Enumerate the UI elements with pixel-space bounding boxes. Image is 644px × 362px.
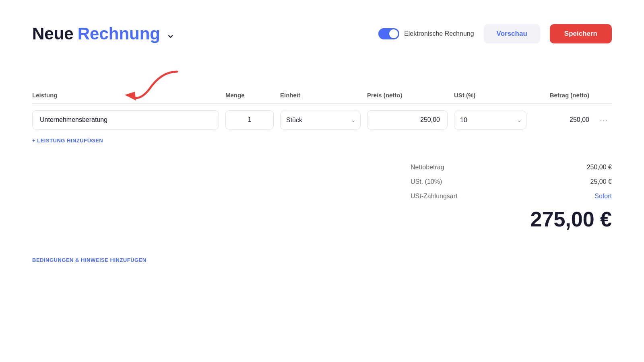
svg-marker-0 (125, 92, 136, 101)
conditions-link[interactable]: BEDINGUNGEN & HINWEISE HINZUFÜGEN (32, 257, 147, 263)
annotation-arrow (113, 68, 612, 100)
summary-area: Nettobetrag 250,00 € USt. (10%) 25,00 € … (411, 164, 612, 231)
zahlungsart-label: USt-Zahlungsart (411, 193, 458, 200)
table-row: Stück Stunde Tag ⌄ 10 20 0 ⌄ 250,00 (32, 110, 612, 130)
header-right: Elektronische Rechnung Vorschau Speicher… (378, 24, 612, 43)
ust-value: 25,00 € (590, 178, 612, 185)
preis-input[interactable] (367, 110, 448, 130)
page-header: Neue Rechnung ⌄ Elektronische Rechnung V… (32, 24, 612, 43)
netto-value: 250,00 € (587, 164, 612, 171)
toggle-label: Elektronische Rechnung (404, 30, 474, 37)
preview-button[interactable]: Vorschau (484, 24, 540, 43)
total-value: 275,00 € (530, 207, 612, 231)
title-rechnung: Rechnung (78, 24, 160, 43)
ust-select[interactable]: 10 20 0 (454, 111, 526, 130)
ust-label: USt. (10%) (411, 178, 442, 185)
toggle-knob (389, 29, 398, 38)
einheit-select[interactable]: Stück Stunde Tag (280, 111, 361, 130)
ust-select-wrapper: 10 20 0 ⌄ (454, 111, 526, 130)
row-more-button[interactable]: ··· (596, 115, 612, 125)
title-neue: Neue (32, 24, 74, 43)
arrow-svg (113, 68, 193, 104)
betrag-value: 250,00 (533, 116, 589, 123)
elektronische-rechnung-toggle[interactable] (378, 28, 399, 39)
add-service-label: + LEISTUNG HINZUFÜGEN (32, 138, 103, 144)
title-area: Neue Rechnung ⌄ (32, 24, 175, 43)
content-area: Leistung Menge Einheit Preis (netto) USt… (32, 68, 612, 263)
total-row: 275,00 € (411, 207, 612, 231)
add-service-button[interactable]: + LEISTUNG HINZUFÜGEN (32, 138, 612, 144)
zahlungsart-link[interactable]: Sofort (594, 193, 612, 200)
title-dropdown-chevron[interactable]: ⌄ (166, 27, 175, 41)
ust-row: USt. (10%) 25,00 € (411, 178, 612, 185)
menge-input[interactable] (225, 110, 274, 130)
conditions-area: BEDINGUNGEN & HINWEISE HINZUFÜGEN (32, 256, 612, 263)
toggle-area: Elektronische Rechnung (378, 28, 474, 39)
leistung-input[interactable] (32, 110, 219, 130)
save-button[interactable]: Speichern (550, 24, 612, 43)
netto-label: Nettobetrag (411, 164, 444, 171)
einheit-select-wrapper: Stück Stunde Tag ⌄ (280, 111, 361, 130)
zahlungsart-row: USt-Zahlungsart Sofort (411, 193, 612, 200)
netto-row: Nettobetrag 250,00 € (411, 164, 612, 171)
